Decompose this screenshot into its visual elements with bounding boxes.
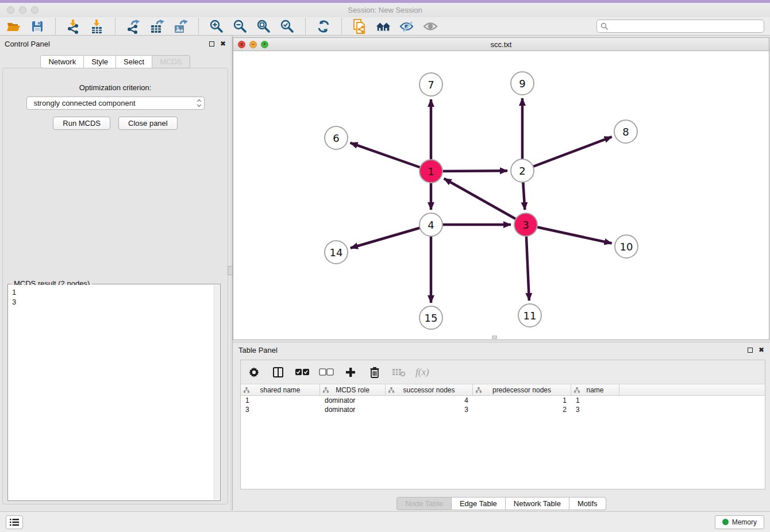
refresh-icon[interactable]: [315, 18, 332, 34]
open-session-icon[interactable]: [6, 18, 22, 34]
task-history-button[interactable]: [6, 515, 23, 529]
tab-mcds[interactable]: MCDS: [152, 55, 190, 68]
tab-edge-table[interactable]: Edge Table: [452, 497, 506, 510]
graph-node-15[interactable]: 15: [419, 306, 443, 330]
column-visibility-icon[interactable]: [271, 365, 286, 380]
graph-node-7[interactable]: 7: [419, 72, 443, 97]
select-all-icon[interactable]: [295, 365, 310, 380]
zoom-fit-icon[interactable]: [256, 18, 272, 34]
export-table-icon[interactable]: [149, 18, 165, 34]
delete-table-icon[interactable]: [391, 365, 406, 380]
import-network-icon[interactable]: [66, 18, 82, 34]
network-window-title: scc.txt: [233, 40, 769, 49]
list-icon: [9, 518, 20, 526]
toolbar-separator: [55, 18, 56, 34]
table-row[interactable]: 3dominator323: [241, 405, 765, 414]
import-table-icon[interactable]: [89, 18, 105, 34]
duplicate-network-icon[interactable]: [352, 18, 368, 34]
criterion-select[interactable]: strongly connected component: [26, 97, 205, 110]
graph-node-10[interactable]: 10: [614, 234, 638, 259]
zoom-selected-icon[interactable]: [279, 18, 295, 34]
edge-2-8[interactable]: [522, 137, 612, 171]
table-cell: 3: [241, 405, 320, 414]
tab-select[interactable]: Select: [116, 55, 152, 68]
table-cell: dominator: [320, 405, 386, 414]
graph-node-11[interactable]: 11: [518, 303, 542, 327]
save-session-icon[interactable]: [29, 18, 45, 34]
edge-3-10[interactable]: [526, 225, 612, 243]
tab-motifs[interactable]: Motifs: [569, 497, 606, 510]
edge-3-1[interactable]: [444, 179, 526, 225]
shared-column-icon: [476, 387, 482, 393]
export-image-icon[interactable]: [172, 18, 188, 34]
graph-node-1[interactable]: 1: [419, 159, 443, 183]
mcds-result-group: MCDS result (2 nodes) 1 3: [7, 284, 221, 501]
search-input[interactable]: [611, 22, 760, 30]
canvas-splitter-handle[interactable]: [492, 336, 497, 339]
column-header-successor-nodes[interactable]: successor nodes: [386, 384, 473, 395]
graph-node-3[interactable]: 3: [514, 213, 538, 237]
column-header-shared-name[interactable]: shared name: [241, 384, 320, 395]
table-cell: 3: [571, 405, 619, 414]
panel-divider-handle[interactable]: [228, 266, 233, 275]
mcds-result-text[interactable]: 1 3: [9, 285, 214, 500]
graph-node-6[interactable]: 6: [324, 126, 348, 150]
float-panel-icon[interactable]: [209, 41, 214, 47]
graph-node-8[interactable]: 8: [614, 119, 638, 144]
column-header-name[interactable]: name: [571, 384, 619, 395]
graph-node-14[interactable]: 14: [324, 240, 348, 264]
table-cell: 1: [241, 396, 320, 405]
edge-1-6[interactable]: [351, 143, 431, 171]
shared-column-icon: [388, 387, 394, 393]
toolbar-separator: [115, 18, 116, 34]
graph-node-9[interactable]: 9: [510, 71, 534, 95]
show-all-icon[interactable]: [422, 18, 438, 34]
table-panel-tabs: Node TableEdge TableNetwork TableMotifs: [233, 497, 770, 510]
zoom-in-icon[interactable]: [209, 18, 225, 34]
graph-node-4[interactable]: 4: [419, 213, 443, 237]
control-panel-tabs: NetworkStyleSelectMCDS: [0, 55, 230, 68]
network-window-titlebar[interactable]: x − + scc.txt: [233, 38, 769, 51]
tab-style[interactable]: Style: [84, 55, 116, 68]
table-header-row: shared nameMCDS rolesuccessor nodesprede…: [241, 384, 765, 396]
tab-network[interactable]: Network: [40, 55, 84, 68]
table-cell: 1: [571, 396, 619, 405]
network-canvas[interactable]: 7968124314101511: [233, 51, 769, 340]
first-neighbors-icon[interactable]: [375, 18, 391, 34]
function-builder-icon[interactable]: f(x): [415, 367, 429, 378]
status-bar: Memory: [0, 511, 770, 532]
table-panel: Table Panel ✖: [233, 342, 770, 510]
memory-status-icon: [722, 519, 729, 525]
shared-column-icon: [323, 387, 329, 393]
control-panel-header: Control Panel ✖: [0, 36, 230, 52]
delete-column-icon[interactable]: [367, 365, 382, 380]
export-network-icon[interactable]: [125, 18, 141, 34]
close-table-panel-icon[interactable]: ✖: [759, 346, 764, 353]
table-cell: 4: [386, 396, 473, 405]
shared-column-icon: [574, 387, 580, 393]
deselect-all-icon[interactable]: [319, 365, 334, 380]
column-header-predecessor-nodes[interactable]: predecessor nodes: [473, 384, 571, 395]
select-stepper-icon: [198, 100, 201, 106]
application-window: Session: New Session: [0, 0, 770, 532]
result-scrollbar[interactable]: [214, 285, 220, 500]
graph-node-2[interactable]: 2: [510, 159, 534, 183]
table-row[interactable]: 1dominator411: [241, 396, 765, 405]
toolbar-separator: [341, 18, 342, 34]
titlebar: Session: New Session: [0, 3, 770, 17]
zoom-out-icon[interactable]: [232, 18, 248, 34]
hide-selected-icon[interactable]: [399, 18, 415, 34]
search-input-container: [596, 20, 764, 33]
node-table-container: f(x) shared nameMCDS rolesuccessor nodes…: [240, 360, 765, 489]
float-table-panel-icon[interactable]: [748, 348, 753, 353]
run-mcds-button[interactable]: Run MCDS: [53, 117, 110, 130]
add-column-icon[interactable]: [343, 365, 358, 380]
column-header-mcds-role[interactable]: MCDS role: [320, 384, 386, 395]
mcds-tab-content: Optimization criterion: strongly connect…: [2, 68, 228, 504]
memory-button[interactable]: Memory: [715, 515, 764, 529]
close-panel-icon[interactable]: ✖: [220, 40, 226, 47]
settings-gear-icon[interactable]: [247, 365, 261, 380]
tab-network-table[interactable]: Network Table: [506, 497, 569, 510]
tab-node-table[interactable]: Node Table: [396, 497, 452, 510]
close-panel-button[interactable]: Close panel: [118, 117, 178, 130]
